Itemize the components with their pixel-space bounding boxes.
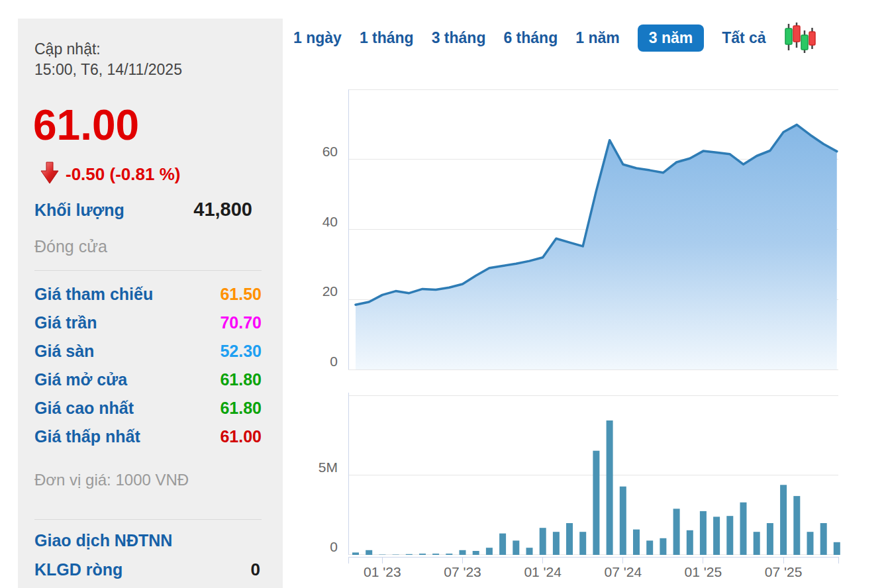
current-price: 61.00 bbox=[33, 103, 139, 148]
row-label: Giá cao nhất bbox=[34, 399, 134, 418]
row-value: 52.30 bbox=[220, 342, 262, 361]
divider bbox=[34, 270, 262, 271]
y-axis-tick-label: 0 bbox=[285, 354, 338, 369]
x-axis-tick-label: 01 '23 bbox=[352, 564, 412, 580]
row-value: 61.80 bbox=[220, 370, 262, 389]
x-axis-tick bbox=[348, 558, 349, 564]
chart-range-tabs: 1 ngày 1 tháng 3 tháng 6 tháng 1 năm 3 n… bbox=[293, 24, 816, 52]
row-value: 61.50 bbox=[220, 285, 262, 304]
x-axis: 01 '2307 '2301 '2407 '2401 '2507 '25 bbox=[348, 557, 839, 588]
candlestick-icon[interactable] bbox=[784, 23, 816, 53]
row-lowest-price: Giá thấp nhất 61.00 bbox=[34, 427, 262, 456]
stock-quote-page: Cập nhật: 15:00, T6, 14/11/2025 61.00 -0… bbox=[0, 0, 886, 588]
row-label: Giá mở cửa bbox=[34, 370, 127, 389]
row-open-price: Giá mở cửa 61.80 bbox=[34, 370, 262, 399]
y-axis-tick-label: 5M bbox=[285, 460, 338, 475]
row-label: Giá sàn bbox=[34, 342, 94, 361]
row-floor-price: Giá sàn 52.30 bbox=[34, 342, 262, 370]
net-volume-label: KLGD ròng bbox=[34, 560, 123, 579]
tab-6-months[interactable]: 6 tháng bbox=[503, 29, 558, 47]
row-label: Giá thấp nhất bbox=[34, 427, 140, 446]
updated-time: 15:00, T6, 14/11/2025 bbox=[34, 61, 182, 79]
updated-label: Cập nhật: bbox=[34, 40, 101, 58]
down-arrow-icon bbox=[40, 161, 60, 188]
x-axis-tick bbox=[622, 558, 623, 564]
volume-value: 41,800 bbox=[193, 199, 252, 220]
tab-1-day[interactable]: 1 ngày bbox=[293, 29, 342, 47]
x-axis-tick bbox=[462, 558, 463, 564]
tab-3-months[interactable]: 3 tháng bbox=[432, 29, 486, 47]
quote-sidebar: Cập nhật: 15:00, T6, 14/11/2025 61.00 -0… bbox=[18, 19, 283, 588]
net-traded-volume-row: KLGD ròng 0 bbox=[34, 560, 260, 580]
price-change-value: -0.50 (-0.81 %) bbox=[66, 164, 180, 185]
row-label: Giá tham chiếu bbox=[34, 285, 153, 304]
y-axis-tick-label: 0 bbox=[285, 540, 338, 554]
tab-all[interactable]: Tất cả bbox=[722, 29, 765, 47]
y-axis-tick-label: 60 bbox=[285, 144, 338, 159]
x-axis-tick bbox=[542, 558, 543, 564]
x-axis-tick bbox=[382, 558, 383, 564]
x-axis-tick bbox=[838, 558, 839, 564]
row-ceiling-price: Giá trần 70.70 bbox=[34, 313, 262, 342]
row-label: Giá trần bbox=[34, 313, 97, 332]
price-unit-note: Đơn vị giá: 1000 VNĐ bbox=[34, 471, 189, 489]
foreign-trading-label: Giao dịch NĐTNN bbox=[34, 531, 172, 550]
y-axis-tick-label: 40 bbox=[285, 215, 338, 229]
row-value: 61.00 bbox=[220, 427, 262, 446]
x-axis-tick-label: 01 '24 bbox=[513, 564, 573, 580]
price-area-chart[interactable] bbox=[348, 89, 839, 371]
volume-label: Khối lượng bbox=[34, 201, 124, 220]
x-axis-tick-label: 07 '25 bbox=[754, 564, 813, 580]
y-axis-tick-label: 20 bbox=[285, 284, 338, 299]
x-axis-tick bbox=[783, 558, 784, 564]
row-reference-price: Giá tham chiếu 61.50 bbox=[34, 285, 262, 313]
row-value: 61.80 bbox=[220, 399, 262, 418]
net-volume-value: 0 bbox=[251, 560, 260, 580]
divider bbox=[34, 519, 262, 520]
close-label: Đóng cửa bbox=[34, 237, 107, 256]
volume-row: Khối lượng 41,800 bbox=[34, 199, 252, 220]
row-value: 70.70 bbox=[220, 313, 262, 332]
x-axis-tick-label: 07 '23 bbox=[433, 564, 493, 580]
volume-bar-chart[interactable] bbox=[348, 393, 839, 556]
price-detail-rows: Giá tham chiếu 61.50 Giá trần 70.70 Giá … bbox=[34, 285, 262, 456]
price-change-row: -0.50 (-0.81 %) bbox=[40, 161, 180, 188]
x-axis-tick bbox=[703, 558, 703, 564]
x-axis-tick-label: 01 '25 bbox=[673, 564, 733, 580]
tab-1-year[interactable]: 1 năm bbox=[575, 29, 619, 47]
tab-1-month[interactable]: 1 tháng bbox=[360, 29, 414, 47]
row-highest-price: Giá cao nhất 61.80 bbox=[34, 399, 262, 427]
x-axis-tick-label: 07 '24 bbox=[593, 564, 653, 580]
tab-3-years[interactable]: 3 năm bbox=[638, 24, 704, 52]
